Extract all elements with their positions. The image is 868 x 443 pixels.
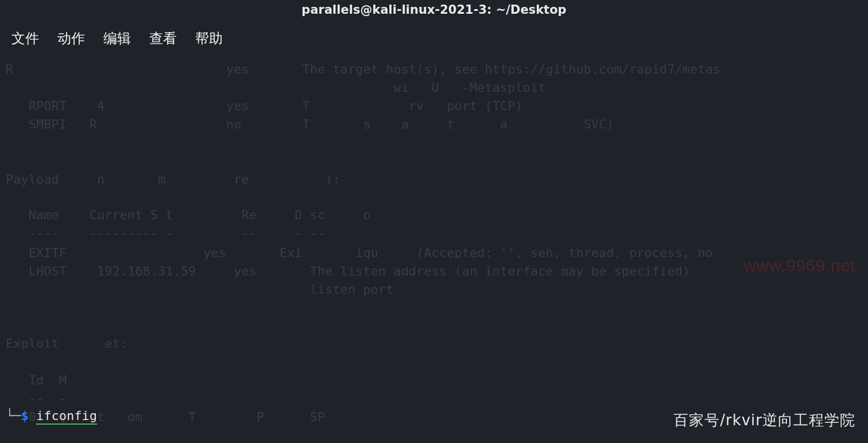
ghost-line: RPORT 4 yes T rv port (TCP) [6,97,523,115]
ghost-line: Exploit et: [6,335,127,353]
menu-edit[interactable]: 编辑 [103,29,131,49]
ghost-line: R yes The target host(s), see https://gi… [6,60,720,79]
menu-view[interactable]: 查看 [149,29,177,49]
menu-bar: 文件 动作 编辑 查看 帮助 [0,21,868,59]
menu-file[interactable]: 文件 [11,29,39,49]
prompt-dollar: $ [21,409,29,423]
ghost-line: Id M [6,371,67,390]
menu-help[interactable]: 帮助 [195,29,223,49]
ghost-line: Name Current S t Re D sc o [6,206,371,224]
ghost-line: SMBPI R no T s a t a SVC) [6,115,614,134]
window-title: parallels@kali-linux-2021-3: ~/Desktop [0,0,868,21]
command-text: ifconfig [36,409,97,425]
ghost-line: -- - [6,390,67,408]
ghost-line: EXITF yes Exi iqu (Accepted: '', seh, th… [6,244,713,262]
ghost-line: LHOST 192.168.31.59 yes The listen addre… [6,262,690,281]
ghost-line: listen port [6,281,394,299]
terminal-area[interactable]: R yes The target host(s), see https://gi… [0,59,868,443]
ghost-line: Payload n m re ): [6,170,340,189]
prompt-glyph-icon: └─ [6,409,21,423]
watermark-faint: www.9969.net [744,253,855,278]
ghost-line: ---- --------- - -- - -- [6,224,325,243]
watermark-main: 百家号/rkvir逆向工程学院 [673,410,855,432]
menu-actions[interactable]: 动作 [57,29,85,49]
ghost-line: wi U -Metasploit [6,79,545,97]
